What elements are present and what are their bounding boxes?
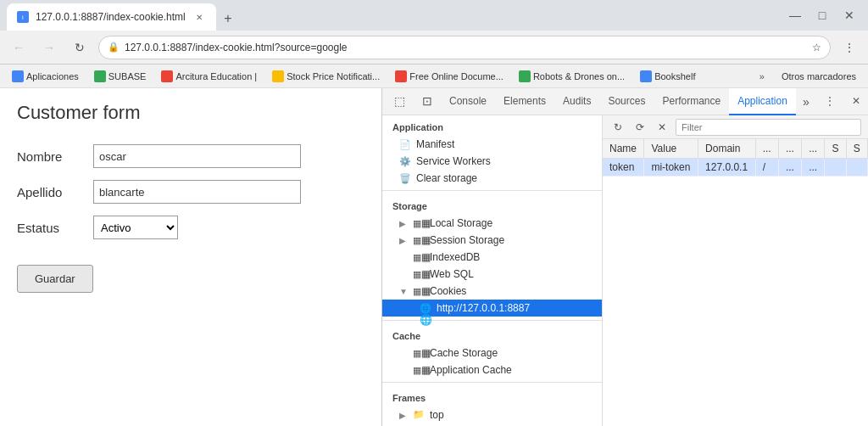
sidebar-item-clear-storage[interactable]: Clear storage — [382, 170, 602, 187]
filter-input[interactable] — [676, 119, 861, 136]
browser-window: i 127.0.0.1:8887/index-cookie.html ✕ + —… — [0, 0, 868, 426]
bookmarks-more-button[interactable]: » — [756, 70, 768, 83]
bookmark-aplicaciones[interactable]: Aplicaciones — [7, 69, 84, 84]
expand-icon: ▶ — [399, 219, 408, 228]
col-extra1[interactable]: ... — [755, 139, 778, 159]
devtools-panel: ⬚ ⊡ Console Elements Audits Sources Perf… — [381, 88, 868, 426]
star-icon[interactable]: ☆ — [812, 42, 821, 53]
cache-storage-icon: ▦ — [413, 347, 425, 359]
devtools-more-button[interactable]: » — [796, 95, 816, 109]
col-value[interactable]: Value — [644, 139, 698, 159]
devtools-settings[interactable]: ⋮ — [816, 88, 843, 115]
local-storage-label: Local Storage — [430, 217, 492, 229]
label-apellido: Apellido — [17, 185, 93, 199]
session-storage-label: Session Storage — [430, 234, 504, 246]
cookies-icon: ▦ — [413, 285, 425, 297]
col-domain[interactable]: Domain — [698, 139, 756, 159]
cache-storage-label: Cache Storage — [430, 347, 498, 359]
tab-console[interactable]: Console — [441, 88, 495, 115]
sidebar-item-indexeddb[interactable]: ▦ IndexedDB — [382, 249, 602, 266]
devtools-close[interactable]: ✕ — [843, 88, 868, 115]
local-storage-icon: ▦ — [413, 217, 425, 229]
input-apellido[interactable] — [93, 180, 301, 204]
tab-application[interactable]: Application — [729, 88, 796, 115]
sidebar-item-manifest[interactable]: Manifest — [382, 136, 602, 153]
clear-storage-icon — [399, 172, 411, 184]
sidebar-item-service-workers[interactable]: Service Workers — [382, 153, 602, 170]
bookmark-label: Stock Price Notificati... — [287, 71, 380, 81]
title-bar: i 127.0.0.1:8887/index-cookie.html ✕ + —… — [0, 0, 868, 31]
sidebar-item-app-cache[interactable]: ▦ Application Cache — [382, 362, 602, 378]
clear-storage-label: Clear storage — [416, 172, 477, 184]
col-extra2[interactable]: ... — [778, 139, 801, 159]
bookmark-robots[interactable]: Robots & Drones on... — [514, 69, 630, 84]
expand-icon: ▶ — [399, 236, 408, 245]
refresh-tool-button[interactable]: ↻ — [609, 119, 626, 136]
bookmark-bookshelf[interactable]: Bookshelf — [635, 69, 700, 84]
form-group-estatus: Estatus Activo Inactivo — [17, 216, 364, 239]
devtools-toolbar: ↻ ⟳ ✕ — [603, 115, 868, 139]
other-bookmarks[interactable]: Otros marcadores — [776, 70, 861, 83]
maximize-button[interactable]: □ — [810, 3, 834, 27]
select-estatus[interactable]: Activo Inactivo — [93, 216, 178, 239]
websql-label: Web SQL — [430, 268, 474, 280]
bookmark-label: Bookshelf — [654, 71, 695, 81]
delete-tool-button[interactable]: ✕ — [654, 119, 670, 136]
back-button[interactable]: ← — [7, 36, 31, 59]
main-area: Customer form Nombre Apellido Estatus Ac… — [0, 88, 868, 426]
expand-cookies-icon: ▼ — [399, 287, 408, 296]
sidebar-item-session-storage[interactable]: ▶ ▦ Session Storage — [382, 232, 602, 249]
input-nombre[interactable] — [93, 144, 301, 168]
extensions-button[interactable]: ⋮ — [837, 36, 861, 59]
devtools-content: Application Manifest Service Workers Cle… — [382, 115, 868, 426]
tab-elements[interactable]: Elements — [495, 88, 554, 115]
bookmark-label: SUBASE — [108, 71, 147, 81]
sidebar-item-cookies[interactable]: ▼ ▦ Cookies — [382, 283, 602, 300]
bookmark-label: Arcitura Education | — [175, 71, 257, 81]
page-title: Customer form — [17, 102, 364, 124]
nav-bar: ← → ↻ 🔒 127.0.0.1:8887/index-cookie.html… — [0, 31, 868, 64]
clear-tool-button[interactable]: ⟳ — [632, 119, 648, 136]
table-row[interactable]: token mi-token 127.0.0.1 / ... ... — [603, 159, 868, 177]
manifest-label: Manifest — [416, 138, 454, 150]
address-bar[interactable]: 🔒 127.0.0.1:8887/index-cookie.html?sourc… — [98, 36, 831, 59]
tab-pointer[interactable]: ⊡ — [414, 88, 441, 115]
window-controls: — □ ✕ — [783, 3, 861, 27]
cell-domain: 127.0.0.1 — [698, 159, 756, 177]
indexeddb-label: IndexedDB — [430, 251, 480, 263]
cookie-url-label: http://127.0.0.1:8887 — [437, 302, 530, 314]
label-nombre: Nombre — [17, 149, 93, 164]
col-extra3[interactable]: ... — [802, 139, 825, 159]
sidebar-item-local-storage[interactable]: ▶ ▦ Local Storage — [382, 215, 602, 232]
top-label: top — [430, 409, 444, 421]
tab-performance[interactable]: Performance — [654, 88, 729, 115]
separator-3 — [382, 382, 602, 383]
sidebar-item-websql[interactable]: ▦ Web SQL — [382, 266, 602, 283]
tab-sources[interactable]: Sources — [599, 88, 654, 115]
close-button[interactable]: ✕ — [837, 3, 861, 27]
bookmark-arcitura[interactable]: Arcitura Education | — [156, 69, 262, 84]
sidebar-item-top[interactable]: ▶ 📁 top — [382, 406, 602, 423]
col-name[interactable]: Name — [603, 139, 644, 159]
forward-button[interactable]: → — [37, 36, 61, 59]
bookmark-stock[interactable]: Stock Price Notificati... — [267, 69, 385, 84]
new-tab-button[interactable]: + — [216, 7, 240, 31]
guardar-button[interactable]: Guardar — [17, 265, 93, 293]
bookmark-subase[interactable]: SUBASE — [89, 69, 152, 84]
browser-tab[interactable]: i 127.0.0.1:8887/index-cookie.html ✕ — [7, 3, 216, 31]
sidebar-item-cookie-url[interactable]: 🌐 http://127.0.0.1:8887 — [382, 300, 602, 317]
bookmarks-bar: Aplicaciones SUBASE Arcitura Education |… — [0, 64, 868, 88]
reload-button[interactable]: ↻ — [68, 36, 92, 59]
devtools-tabs: ⬚ ⊡ Console Elements Audits Sources Perf… — [382, 88, 868, 115]
cookie-table: Name Value Domain ... ... ... S S — [603, 139, 868, 426]
sidebar-item-cache-storage[interactable]: ▦ Cache Storage — [382, 345, 602, 362]
col-s2[interactable]: S — [846, 139, 867, 159]
tab-cursor[interactable]: ⬚ — [386, 88, 414, 115]
col-s1[interactable]: S — [825, 139, 846, 159]
devtools-sidebar: Application Manifest Service Workers Cle… — [382, 115, 603, 426]
cell-extra1: ... — [778, 159, 801, 177]
bookmark-freedocs[interactable]: Free Online Docume... — [390, 69, 509, 84]
tab-audits[interactable]: Audits — [554, 88, 599, 115]
tab-close-button[interactable]: ✕ — [192, 10, 206, 24]
minimize-button[interactable]: — — [783, 3, 807, 27]
